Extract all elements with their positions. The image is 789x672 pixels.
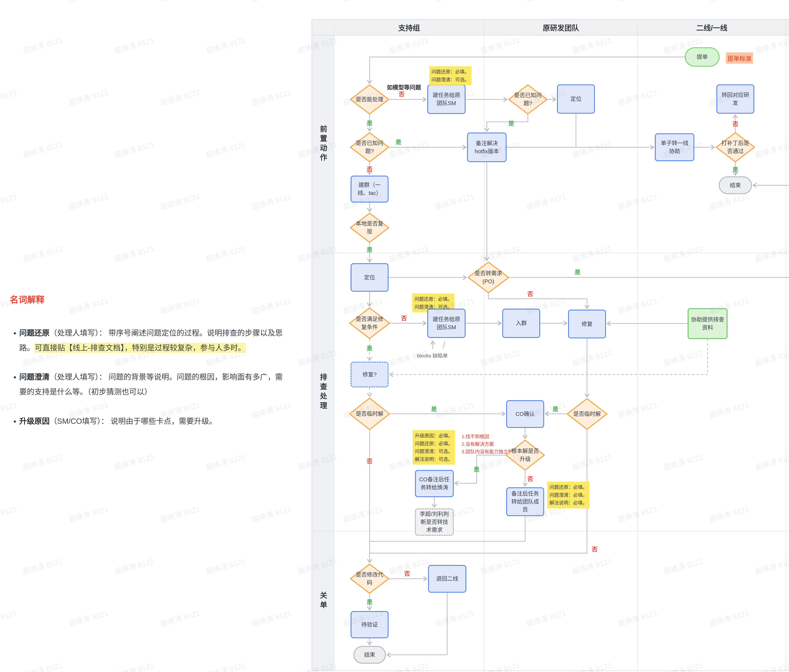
decision-label: 是否已知问题? xyxy=(355,139,384,155)
process-locate-2[interactable]: 定位 xyxy=(351,263,388,292)
note-line: 问题还原：必填。 xyxy=(549,483,587,491)
decision-label: 根本解是否升级 xyxy=(511,447,540,463)
decision-label: 是否临时解 xyxy=(573,410,601,418)
process-co-note-transfer[interactable]: CO备注后任务转给焕涛 xyxy=(415,470,454,497)
decision-root-fix-upgrade[interactable]: 根本解是否升级 xyxy=(505,440,545,471)
note-line: 问题还原：必填。 xyxy=(415,440,453,448)
edge-label-no: 否 xyxy=(399,89,405,98)
edge-label-no: 否 xyxy=(592,544,597,553)
process-create-task-sm-2[interactable]: 建任务给原团队SM xyxy=(427,309,465,338)
decision-label: 是否临时解 xyxy=(356,410,383,418)
edge-label-yes: 是 xyxy=(733,165,738,174)
note-blocks-defect: blocks 缺陷单 xyxy=(417,352,448,359)
edge-label-no: 否 xyxy=(404,569,410,578)
decision-label: 是否转需求(PO) xyxy=(473,270,504,286)
process-locate-1[interactable]: 定位 xyxy=(557,85,595,113)
decision-label: 是否满足修复条件 xyxy=(355,315,385,331)
decision-label: 打补丁后是否通过 xyxy=(721,139,750,155)
note-line: 问题澄清：可选。 xyxy=(415,447,453,455)
edge-label-yes: 是 xyxy=(367,597,372,606)
note-fields-3: 问题还原：必填。 问题澄清：必填。 解法说明：必填。 xyxy=(547,482,589,508)
decision-modify-code[interactable]: 是否修改代码 xyxy=(350,564,389,594)
note-line: 问题还原：必填。 xyxy=(414,295,452,303)
decision-to-demand-po[interactable]: 是否转需求(PO) xyxy=(468,262,509,293)
decision-label: 是否能处理 xyxy=(356,96,383,104)
note-line: 解法说明：可选。 xyxy=(415,455,453,463)
decision-can-handle[interactable]: 是否能处理 xyxy=(350,85,389,115)
decision-label: 是否修改代码 xyxy=(355,571,384,587)
process-hotfix-version[interactable]: 备注解决hotfix版本 xyxy=(467,132,506,162)
edge-label-no: 否 xyxy=(367,164,372,173)
process-back-second-line[interactable]: 退回二线 xyxy=(428,565,466,592)
edge-label-yes: 是 xyxy=(367,118,372,127)
edge-label-yes: 是 xyxy=(396,137,401,146)
decision-known-issue-1[interactable]: 是否已知问题? xyxy=(508,85,548,115)
decision-temp-fix-left[interactable]: 是否临时解 xyxy=(349,398,390,430)
note-line: 问题澄清：必填。 xyxy=(549,491,587,499)
decision-meet-fix-condition[interactable]: 是否满足修复条件 xyxy=(349,307,390,339)
note-line: 问题澄清：可选。 xyxy=(431,76,469,84)
end-node-1[interactable]: 结束 xyxy=(719,176,752,194)
edge-label-no: 否 xyxy=(401,314,407,322)
process-join-group[interactable]: 入群 xyxy=(502,309,540,338)
edge-label-no: 否 xyxy=(367,457,372,465)
connector-layer xyxy=(0,0,789,672)
process-judge-tech-demand[interactable]: 李超/刘利判断是否转技术需求 xyxy=(415,509,454,536)
note-line: 解法说明：必填。 xyxy=(549,499,587,507)
process-note-transfer-team[interactable]: 备注后任务转给团队成员 xyxy=(506,487,544,516)
process-back-to-dev[interactable]: 转回对应研发 xyxy=(716,85,754,113)
edge-label-yes: 是 xyxy=(474,465,479,473)
process-transfer-first-line[interactable]: 单子转一线协助 xyxy=(655,133,694,161)
edge-label-yes: 是 xyxy=(367,344,372,352)
decision-local-repro[interactable]: 本地是否复现 xyxy=(350,213,389,243)
note-upgrade-fields: 升级原因：必填。 问题还原：必填。 问题澄清：可选。 解法说明：可选。 xyxy=(413,430,455,464)
process-fixed-question[interactable]: 修复? xyxy=(351,362,388,387)
edge-label-yes: 是 xyxy=(508,119,514,128)
note-line: 1.找不到根因 xyxy=(462,433,517,440)
process-create-group[interactable]: 建群（一线、tac） xyxy=(351,176,388,203)
note-ticket-standard: 提单标准 xyxy=(726,53,753,64)
edge-label-no: 否 xyxy=(527,289,533,298)
edge-label-yes: 是 xyxy=(575,268,581,276)
decision-label: 本地是否复现 xyxy=(355,220,384,236)
note-fields-1: 问题还原：必填。 问题澄清：可选。 xyxy=(429,66,471,85)
edge-label-yes: 是 xyxy=(367,245,372,254)
decision-temp-fix-right[interactable]: 是否临时解 xyxy=(567,398,607,430)
edge-label-yes: 是 xyxy=(431,404,437,413)
decision-label: 是否已知问题? xyxy=(513,91,542,107)
edge-label-no: 否 xyxy=(733,119,738,128)
note-line: 升级原因：必填。 xyxy=(415,432,453,440)
edge-label-no: 否 xyxy=(527,474,533,483)
decision-known-issue-2[interactable]: 是否已知问题? xyxy=(350,132,389,162)
end-node-2[interactable]: 结束 xyxy=(353,646,386,664)
decision-patch-pass[interactable]: 打补丁后是否通过 xyxy=(716,132,755,162)
process-to-verify[interactable]: 待验证 xyxy=(351,611,388,638)
process-co-confirm[interactable]: CO确认 xyxy=(506,400,544,428)
edge-label-yes: 是 xyxy=(553,404,559,413)
start-node-submit-ticket[interactable]: 提单 xyxy=(685,47,720,67)
process-assist-materials[interactable]: 协助提供排查资料 xyxy=(688,308,727,339)
process-fix[interactable]: 修复 xyxy=(568,310,606,338)
process-create-task-sm-1[interactable]: 建任务给原团队SM xyxy=(427,85,465,114)
flowchart-canvas: 支持组 原研发团队 二线/一线 PO 前置动作 排查处理 关单 提单 提单标准 … xyxy=(0,0,789,672)
note-line: 问题还原：必填。 xyxy=(431,68,469,76)
